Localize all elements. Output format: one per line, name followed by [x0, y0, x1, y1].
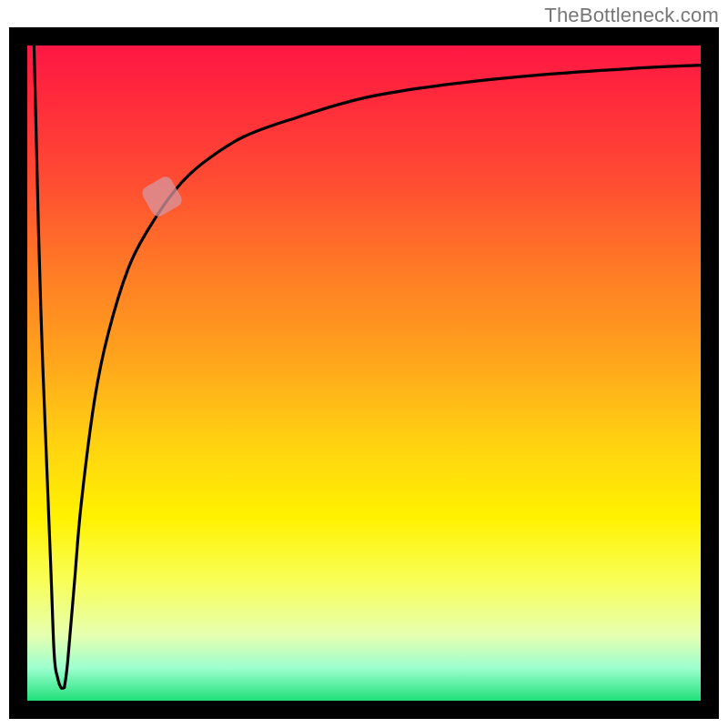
watermark-text: TheBottleneck.com	[544, 4, 719, 27]
plot-area	[27, 46, 701, 701]
curve-main	[65, 66, 701, 688]
curve-left-drop	[34, 46, 64, 688]
curve-layer	[27, 46, 701, 701]
